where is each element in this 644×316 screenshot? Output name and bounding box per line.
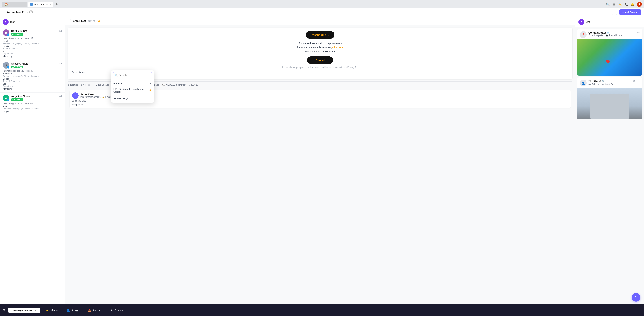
- conv-lang-val-3: English: [3, 110, 62, 113]
- archive-button[interactable]: 📥 Archive: [84, 304, 106, 316]
- conv-item-shaurya[interactable]: S Shaurya Misra 14d APPROVED In what reg…: [0, 60, 65, 93]
- centralspotter-info: CentralSpotter ✉️ @centralspotter • 📷 Ph…: [588, 31, 622, 37]
- active-tab[interactable]: Acme Test 23 ×: [28, 2, 53, 7]
- brand-logo: 🏠: [4, 3, 8, 6]
- conv-item-hardik[interactable]: H Hardik Gupta 5d APPROVED In what regio…: [0, 27, 65, 60]
- platform-icon: [7, 33, 10, 36]
- id-label: 453026: [191, 84, 198, 86]
- edit-icon[interactable]: ✏️: [618, 3, 622, 6]
- email-panel-title: Email Test: [73, 19, 86, 22]
- social-card-centralspotter[interactable]: 📍 CentralSpotter ✉️ @centralspotter • 📷 …: [577, 29, 642, 76]
- news-time: 6d: [633, 80, 635, 82]
- email-count: (166K): [88, 20, 95, 22]
- macro-label: Macro: [51, 309, 58, 312]
- email-cancel-text: If you need to cancel your appointment f…: [72, 42, 569, 54]
- conv-list-header: t test: [0, 17, 65, 27]
- all-macros-chevron-icon[interactable]: ▾: [150, 97, 152, 100]
- help-button[interactable]: ?: [632, 293, 640, 301]
- centralspotter-handle: @centralspotter • 📷 Photo Update: [588, 34, 622, 37]
- conv-item-angeline[interactable]: A Angeline Elopre 18d APPROVED In what r…: [0, 93, 65, 115]
- tab-icon: [30, 3, 33, 6]
- header-right: ··· + Add Column: [612, 9, 641, 15]
- lock-icon: 🔒: [102, 96, 105, 98]
- action-bar: ⊞ 1 Message Selected ✕ ⚡ Macro 👤 Assign …: [0, 304, 644, 316]
- selected-badge: 1 Message Selected ✕: [8, 308, 40, 313]
- acme-subject: Subject: Su...: [72, 103, 568, 106]
- brand-tab[interactable]: 🏠: [2, 2, 28, 7]
- click-here-link[interactable]: click here: [332, 46, 343, 49]
- assign-button[interactable]: 👤 Assign: [62, 304, 84, 316]
- queue-icon: ☰: [96, 84, 98, 86]
- macro-icon: ⚡: [46, 308, 50, 312]
- conv-name-3: Angeline Elopre: [11, 95, 30, 98]
- main-layout: t test H Hardik Gupta 5d APPROVED In wha…: [0, 17, 644, 316]
- reschedule-button[interactable]: Reschedule →: [306, 31, 334, 39]
- conv-more-icon[interactable]: ···: [60, 55, 62, 58]
- browser-toolbar: 🔍 ⊞ ✏️ 📞 🔔 R: [606, 2, 642, 7]
- action-more-button[interactable]: ···: [132, 308, 140, 312]
- assignee-icon: ⊕: [80, 84, 82, 86]
- approved-badge: APPROVED: [11, 33, 24, 36]
- social-panel: t test 📍 CentralSpotter ✉️ @centralspott…: [576, 17, 644, 316]
- add-column-button[interactable]: + Add Column: [620, 9, 641, 15]
- social-card-header-2: 👤 re Gallaire ⤴️ n a flying taxi 'vertip…: [577, 77, 642, 88]
- conv-terms-val: yes: [3, 50, 62, 53]
- action-grid-icon[interactable]: ⊞: [0, 308, 8, 312]
- macro-all-header[interactable]: All Macros (152) ▾: [114, 96, 152, 101]
- status-icon: ⊘: [68, 84, 70, 86]
- avatar-wrap: H: [3, 30, 10, 36]
- deselect-button[interactable]: ✕: [35, 309, 37, 312]
- photo-update-icon: 📷: [606, 34, 608, 37]
- avatar-wrap-3: A: [3, 95, 10, 101]
- conv-name-row-2: Shaurya Misra 14d: [11, 62, 62, 65]
- email-panel-header: Email Test (166K) (1): [65, 17, 575, 25]
- conv-lang-val-2: English: [3, 78, 62, 80]
- social-card-news[interactable]: 👤 re Gallaire ⤴️ n a flying taxi 'vertip…: [577, 77, 642, 119]
- news-info: re Gallaire ⤴️ n a flying taxi 'vertipor…: [588, 80, 614, 86]
- select-all-checkbox[interactable]: [68, 19, 71, 22]
- conv-more-icon-2[interactable]: ···: [60, 87, 62, 91]
- conv-dept-label: Department: [3, 53, 62, 55]
- favorites-chevron-icon[interactable]: ▲: [149, 82, 152, 85]
- grid-icon[interactable]: ⊞: [612, 3, 616, 6]
- macro-button[interactable]: ⚡ Macro: [42, 304, 62, 316]
- meta-queue: ☰ No Queues: [96, 84, 109, 86]
- conversation-list: t test H Hardik Gupta 5d APPROVED In wha…: [0, 17, 65, 316]
- macro-search-icon: 🔍: [114, 74, 118, 77]
- conv-dept-val: Marketing: [3, 55, 62, 58]
- id-icon: #: [189, 84, 190, 86]
- tab-add-button[interactable]: +: [54, 2, 59, 7]
- bell-icon[interactable]: 🔔: [631, 3, 634, 6]
- user-avatar[interactable]: R: [637, 2, 642, 7]
- queue-label: No Queues: [98, 84, 109, 86]
- attachment-icon: W: [72, 71, 74, 74]
- more-options-button[interactable]: ···: [612, 10, 617, 15]
- news-more-icon[interactable]: ···: [637, 80, 640, 83]
- conv-dept-val-2: Marketing: [3, 88, 62, 90]
- news-snippet: n a flying taxi 'vertiport' for: [588, 83, 614, 86]
- sentiment-label: Sentiment: [114, 309, 126, 312]
- acme-care-name: Acme Care: [80, 93, 111, 96]
- macro-search-input[interactable]: [113, 72, 152, 78]
- assignee-label: Not Assi...: [83, 84, 93, 86]
- avatar-wrap-2: S: [3, 62, 10, 69]
- title-chevron-icon[interactable]: ▾: [27, 11, 28, 14]
- email-unread-badge: (1): [97, 20, 100, 22]
- favorite-star-icon[interactable]: ☆: [3, 11, 6, 14]
- conv-region-3: APAC: [3, 105, 62, 108]
- phone-icon[interactable]: 📞: [624, 3, 628, 6]
- assign-icon: 👤: [66, 308, 70, 312]
- meta-id: # 453026: [189, 84, 198, 86]
- cancel-button[interactable]: Cancel: [307, 57, 333, 64]
- search-icon[interactable]: 🔍: [606, 3, 610, 6]
- sentiment-button[interactable]: ☻ Sentiment: [106, 304, 130, 316]
- conv-meta: Hardik Gupta 5d APPROVED: [11, 30, 62, 36]
- conv-time-3: 18d: [58, 95, 62, 98]
- macro-favorite-item[interactable]: [DA] Distributed - Escalate to Central ★: [111, 86, 154, 95]
- tab-close-button[interactable]: ×: [50, 3, 51, 6]
- info-icon[interactable]: ⓘ: [29, 11, 33, 14]
- conv-item-header: H Hardik Gupta 5d APPROVED: [3, 30, 62, 36]
- archive-label: Archive: [93, 309, 101, 312]
- privacy-text: Personal data you provide will be proces…: [72, 66, 569, 69]
- conv-lang-label: Preferred Language (of Display Content): [3, 42, 62, 45]
